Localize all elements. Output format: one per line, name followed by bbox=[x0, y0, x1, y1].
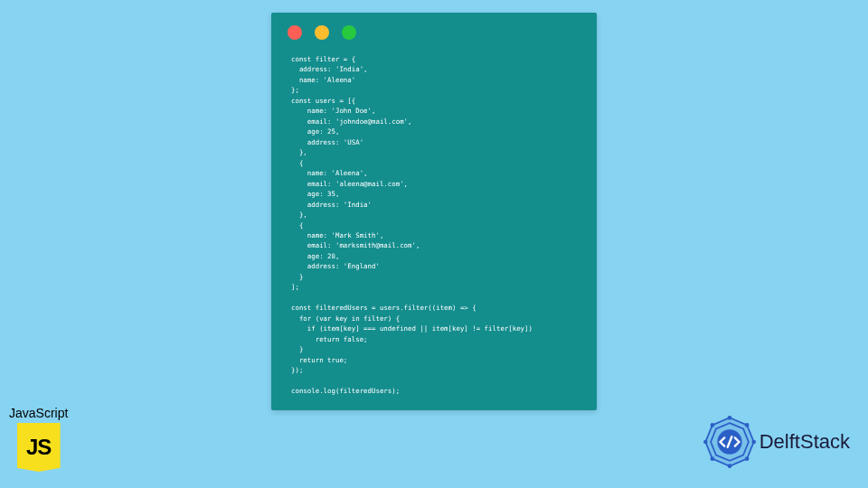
js-icon-text: JS bbox=[26, 435, 51, 460]
svg-point-9 bbox=[727, 464, 731, 468]
brand-logo: DelftStack bbox=[703, 416, 850, 468]
svg-point-12 bbox=[710, 423, 714, 427]
svg-point-10 bbox=[710, 456, 714, 461]
code-window: const filter = { address: 'India', name:… bbox=[271, 13, 597, 410]
close-icon bbox=[288, 25, 302, 40]
window-controls bbox=[271, 13, 597, 45]
js-shield-icon: JS bbox=[17, 423, 61, 472]
code-block: const filter = { address: 'India', name:… bbox=[271, 45, 597, 405]
svg-point-11 bbox=[703, 440, 708, 445]
maximize-icon bbox=[342, 25, 356, 40]
delftstack-icon bbox=[703, 416, 756, 468]
javascript-badge: JavaScript JS bbox=[9, 406, 68, 472]
svg-point-7 bbox=[751, 440, 756, 445]
svg-point-6 bbox=[745, 423, 750, 427]
minimize-icon bbox=[315, 25, 329, 40]
brand-name: DelftStack bbox=[760, 430, 850, 454]
svg-point-8 bbox=[745, 456, 750, 461]
svg-point-5 bbox=[727, 416, 731, 420]
js-label: JavaScript bbox=[9, 406, 68, 420]
